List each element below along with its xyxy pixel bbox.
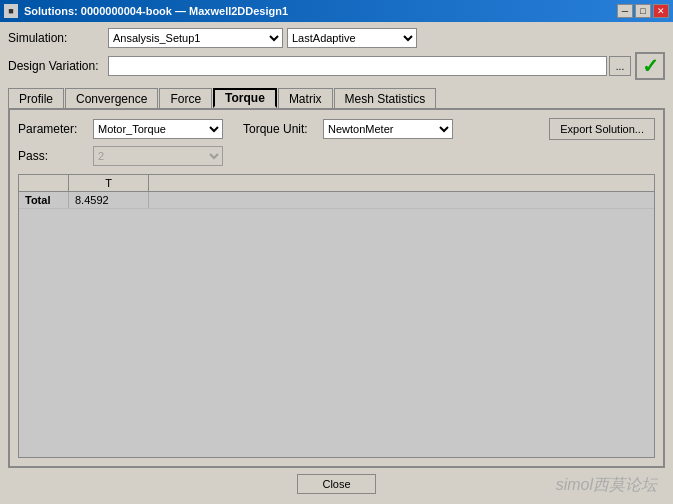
tab-convergence[interactable]: Convergence — [65, 88, 158, 108]
row-label-total: Total — [19, 192, 69, 208]
maximize-button[interactable]: □ — [635, 4, 651, 18]
table-header: T — [19, 175, 654, 192]
design-variation-label: Design Variation: — [8, 59, 108, 73]
header-row-label — [19, 175, 69, 191]
parameter-label: Parameter: — [18, 122, 93, 136]
table-body: Total 8.4592 — [19, 192, 654, 209]
content-panel: Parameter: Motor_Torque Torque Unit: New… — [8, 108, 665, 468]
pass-label: Pass: — [18, 149, 93, 163]
watermark: simol西莫论坛 — [556, 475, 657, 496]
simulation-row: Simulation: Ansalysis_Setup1 LastAdaptiv… — [8, 28, 665, 48]
close-button[interactable]: Close — [297, 474, 375, 494]
validate-button[interactable]: ✓ — [635, 52, 665, 80]
design-variation-input[interactable] — [108, 56, 607, 76]
title-bar: ■ Solutions: 0000000004-book — Maxwell2D… — [0, 0, 673, 22]
simulation-select[interactable]: Ansalysis_Setup1 — [108, 28, 283, 48]
design-variation-row: Design Variation: ... ✓ — [8, 52, 665, 80]
tab-torque[interactable]: Torque — [213, 88, 277, 108]
watermark-text: simol西莫论坛 — [556, 476, 657, 493]
close-window-button[interactable]: ✕ — [653, 4, 669, 18]
torque-unit-label: Torque Unit: — [243, 122, 323, 136]
pass-select[interactable]: 2 — [93, 146, 223, 166]
export-solution-button[interactable]: Export Solution... — [549, 118, 655, 140]
header-t: T — [69, 175, 149, 191]
results-table: T Total 8.4592 — [18, 174, 655, 458]
tab-mesh-statistics[interactable]: Mesh Statistics — [334, 88, 437, 108]
tab-profile[interactable]: Profile — [8, 88, 64, 108]
browse-button[interactable]: ... — [609, 56, 631, 76]
window-icon: ■ — [4, 4, 18, 18]
adaptive-select[interactable]: LastAdaptive — [287, 28, 417, 48]
table-row: Total 8.4592 — [19, 192, 654, 209]
torque-unit-select[interactable]: NewtonMeter — [323, 119, 453, 139]
check-icon: ✓ — [642, 54, 659, 78]
bottom-bar: Close simol西莫论坛 — [8, 468, 665, 498]
simulation-label: Simulation: — [8, 31, 108, 45]
row-value-t: 8.4592 — [69, 192, 149, 208]
pass-row: Pass: 2 — [18, 146, 655, 166]
tab-matrix[interactable]: Matrix — [278, 88, 333, 108]
parameter-select[interactable]: Motor_Torque — [93, 119, 223, 139]
tabs-bar: Profile Convergence Force Torque Matrix … — [8, 88, 665, 108]
parameter-row: Parameter: Motor_Torque Torque Unit: New… — [18, 118, 655, 140]
window-body: Simulation: Ansalysis_Setup1 LastAdaptiv… — [0, 22, 673, 504]
tab-force[interactable]: Force — [159, 88, 212, 108]
window-controls: ─ □ ✕ — [617, 4, 669, 18]
window-title: Solutions: 0000000004-book — Maxwell2DDe… — [24, 5, 617, 17]
minimize-button[interactable]: ─ — [617, 4, 633, 18]
